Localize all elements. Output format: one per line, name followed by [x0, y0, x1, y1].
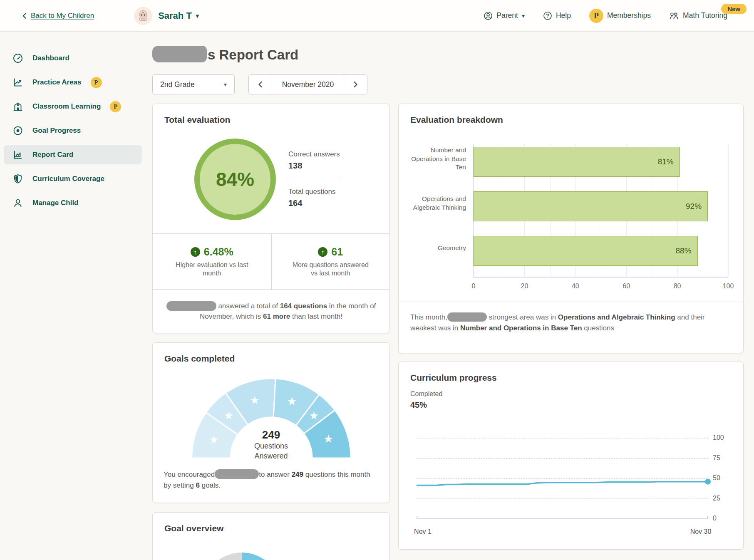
svg-text:★: ★: [323, 432, 333, 445]
bar: 88%: [474, 236, 698, 266]
bar-category-label: Geometry: [410, 233, 473, 263]
sidebar-item-manage-child[interactable]: Manage Child: [4, 193, 142, 213]
goal-overview-title: Goal overview: [153, 513, 389, 533]
back-to-my-children-link[interactable]: Back to My Children: [22, 12, 94, 20]
y-axis-tick-label: 75: [713, 454, 720, 462]
new-badge: New: [721, 4, 747, 14]
goals-completed-title: Goals completed: [153, 343, 389, 364]
help-icon: ?: [543, 11, 552, 20]
child-name-label: Sarah T: [158, 10, 192, 21]
total-evaluation-ring: 84%: [194, 139, 276, 220]
x-axis-label-start: Nov 1: [408, 528, 437, 535]
x-axis-tick-label: 20: [521, 282, 528, 290]
evaluation-breakdown-card: Evaluation breakdown Number and Operatio…: [398, 104, 744, 353]
memberships-menu[interactable]: P Memberships: [589, 9, 651, 23]
parent-menu[interactable]: Parent ▾: [484, 11, 525, 20]
next-month-button[interactable]: [344, 75, 367, 94]
svg-text:★: ★: [223, 409, 233, 422]
person-icon: [12, 198, 23, 208]
evaluation-delta-value: 6.48%: [204, 246, 233, 258]
month-stepper: November 2020: [248, 74, 367, 94]
sidebar-item-report-card[interactable]: Report Card: [4, 145, 142, 164]
tutoring-people-icon: [669, 11, 679, 20]
total-evaluation-card: Total evaluation 84% Correct answers 138…: [152, 104, 390, 333]
completed-label: Completed: [410, 390, 732, 398]
child-avatar[interactable]: [134, 7, 152, 25]
up-arrow-icon: ↑: [318, 247, 327, 257]
x-axis-tick-label: 100: [723, 282, 734, 290]
x-axis-ticks: 020406080100: [410, 282, 728, 292]
gauge-center-value: 249: [232, 429, 311, 441]
svg-text:?: ?: [546, 13, 549, 19]
octopus-avatar-icon: [136, 9, 150, 23]
page-title-suffix: s Report Card: [208, 47, 298, 62]
parent-account-icon: [484, 11, 493, 20]
divider: [288, 179, 342, 179]
goals-completed-summary: You encouragedto answer 249 questions th…: [164, 469, 378, 491]
y-axis-tick-label: 100: [713, 434, 724, 441]
total-evaluation-summary: answered a total of 164 questions in the…: [164, 301, 379, 322]
questions-delta-label: More questions answered vs last month: [289, 261, 372, 278]
y-axis-tick-label: 50: [713, 474, 720, 482]
curriculum-progress-card: Curriculum progress Completed 45% 100755…: [398, 362, 744, 550]
top-header: Back to My Children Sarah T ▾ Parent ▾: [0, 0, 754, 32]
goals-gauge-chart: ★★★★★★ 249 Questions Answered: [186, 374, 357, 462]
sidebar-item-label: Report Card: [32, 151, 73, 159]
school-building-icon: [12, 101, 23, 112]
shield-icon: [12, 173, 23, 184]
svg-text:★: ★: [287, 395, 297, 408]
help-menu-label: Help: [556, 11, 571, 20]
memberships-label: Memberships: [607, 11, 651, 20]
parent-menu-label: Parent: [496, 11, 518, 20]
bar-category-label: Operations and Algebraic Thinking: [410, 188, 473, 218]
goal-overview-pie-chart: [202, 553, 281, 560]
math-tutoring-menu[interactable]: Math Tutoring: [669, 11, 727, 20]
math-tutoring-label: Math Tutoring: [683, 11, 727, 20]
x-axis-tick-label: 0: [472, 282, 476, 290]
sidebar-item-label: Dashboard: [32, 54, 69, 62]
evaluation-delta-label: Higher evaluation vs last month: [168, 261, 255, 278]
sidebar-item-label: Curriculum Coverage: [32, 175, 104, 183]
sidebar-item-classroom-learning[interactable]: Classroom Learning P: [4, 97, 142, 116]
previous-month-button[interactable]: [249, 75, 272, 94]
chevron-left-icon: [258, 81, 263, 88]
chevron-down-icon: ▾: [224, 81, 227, 88]
completed-value: 45%: [410, 400, 732, 410]
month-selector-value: November 2020: [272, 75, 344, 94]
evaluation-breakdown-chart: Number and Operations in Base TenOperati…: [410, 144, 728, 278]
goals-completed-card: Goals completed ★★★★★★ 249 Questions Ans…: [152, 342, 390, 503]
sidebar-item-label: Goal Progress: [32, 126, 81, 135]
x-axis-label-end: Nov 30: [686, 528, 715, 535]
child-name-dropdown[interactable]: Sarah T ▾: [158, 10, 199, 21]
sidebar-nav: Dashboard Practice Areas P Classroom Lea…: [0, 32, 144, 218]
target-icon: [12, 125, 23, 136]
correct-answers-value: 138: [288, 161, 342, 171]
up-arrow-icon: ↑: [191, 247, 200, 257]
sidebar-item-dashboard[interactable]: Dashboard: [4, 49, 142, 68]
sidebar-item-practice-areas[interactable]: Practice Areas P: [4, 73, 142, 92]
total-evaluation-percent: 84%: [216, 168, 254, 191]
sidebar-item-label: Practice Areas: [32, 78, 82, 87]
help-menu[interactable]: ? Help: [543, 11, 571, 20]
gauge-center-label: Questions Answered: [232, 441, 311, 461]
chevron-left-icon: [22, 12, 27, 19]
page-title: s Report Card: [152, 46, 744, 63]
x-axis-tick-label: 80: [674, 282, 681, 290]
curriculum-progress-chart: 1007550250Nov 1Nov 30: [417, 425, 708, 541]
bar-value-label: 81%: [658, 157, 674, 166]
grade-select[interactable]: 2nd Grade ▾: [152, 74, 235, 94]
redacted-child-name: [152, 46, 207, 62]
y-axis-tick-label: 25: [713, 495, 720, 502]
y-axis-tick-label: 0: [713, 515, 717, 522]
memberships-premium-icon: P: [589, 9, 603, 23]
x-axis-tick-label: 40: [572, 282, 579, 290]
practice-areas-chart-icon: [12, 77, 23, 88]
main-content: s Report Card 2nd Grade ▾ November 2020 …: [152, 32, 744, 560]
dashboard-icon: [12, 53, 23, 64]
sidebar-item-curriculum-coverage[interactable]: Curriculum Coverage: [4, 169, 142, 188]
correct-answers-label: Correct answers: [288, 150, 342, 159]
curriculum-progress-title: Curriculum progress: [399, 362, 743, 383]
svg-text:★: ★: [250, 394, 260, 406]
total-evaluation-title: Total evaluation: [153, 104, 389, 125]
sidebar-item-goal-progress[interactable]: Goal Progress: [4, 121, 142, 140]
